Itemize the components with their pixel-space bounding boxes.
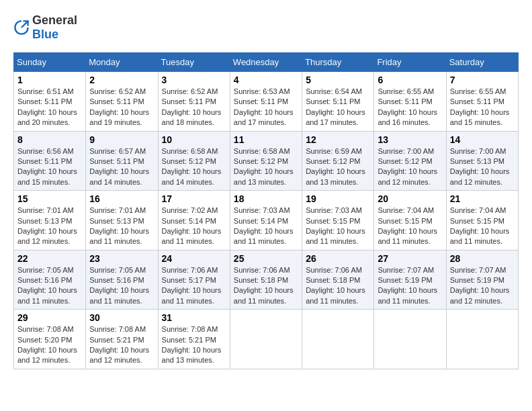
day-info: Sunrise: 7:08 AM Sunset: 5:21 PM Dayligh… bbox=[89, 324, 154, 366]
calendar-cell: 6 Sunrise: 6:55 AM Sunset: 5:11 PM Dayli… bbox=[374, 72, 446, 132]
sunset-label: Sunset: 5:12 PM bbox=[234, 157, 288, 165]
calendar-cell: 30 Sunrise: 7:08 AM Sunset: 5:21 PM Dayl… bbox=[86, 310, 158, 369]
sunset-label: Sunset: 5:16 PM bbox=[89, 276, 144, 284]
sunrise-label: Sunrise: 6:57 AM bbox=[89, 147, 146, 155]
calendar-cell: 21 Sunrise: 7:04 AM Sunset: 5:15 PM Dayl… bbox=[446, 191, 518, 250]
day-info: Sunrise: 6:52 AM Sunset: 5:11 PM Dayligh… bbox=[162, 87, 226, 128]
col-tuesday: Tuesday bbox=[158, 53, 230, 72]
sunset-label: Sunset: 5:16 PM bbox=[17, 276, 72, 284]
sunrise-label: Sunrise: 7:07 AM bbox=[378, 266, 434, 274]
sunset-label: Sunset: 5:15 PM bbox=[378, 217, 432, 225]
calendar-cell: 23 Sunrise: 7:05 AM Sunset: 5:16 PM Dayl… bbox=[86, 250, 158, 310]
day-info: Sunrise: 7:06 AM Sunset: 5:17 PM Dayligh… bbox=[162, 265, 226, 307]
calendar-cell: 9 Sunrise: 6:57 AM Sunset: 5:11 PM Dayli… bbox=[86, 131, 158, 191]
sunset-label: Sunset: 5:20 PM bbox=[17, 336, 72, 344]
sunrise-label: Sunrise: 7:05 AM bbox=[89, 266, 146, 274]
day-number: 31 bbox=[162, 312, 226, 323]
sunset-label: Sunset: 5:17 PM bbox=[162, 276, 216, 284]
calendar-cell: 13 Sunrise: 7:00 AM Sunset: 5:12 PM Dayl… bbox=[374, 131, 446, 191]
day-info: Sunrise: 6:52 AM Sunset: 5:11 PM Dayligh… bbox=[89, 87, 154, 128]
daylight-minutes: and 11 minutes. bbox=[306, 297, 358, 305]
calendar-cell bbox=[446, 310, 518, 369]
sunset-label: Sunset: 5:13 PM bbox=[89, 217, 144, 225]
day-number: 2 bbox=[89, 75, 154, 85]
sunset-label: Sunset: 5:11 PM bbox=[162, 97, 216, 105]
sunset-label: Sunset: 5:12 PM bbox=[162, 157, 216, 165]
sunrise-label: Sunrise: 7:01 AM bbox=[17, 206, 74, 214]
sunrise-label: Sunrise: 7:04 AM bbox=[450, 206, 506, 214]
sunrise-label: Sunrise: 6:58 AM bbox=[234, 147, 290, 155]
day-number: 28 bbox=[450, 253, 515, 264]
sunset-label: Sunset: 5:11 PM bbox=[17, 97, 72, 105]
daylight-label: Daylight: 10 hours bbox=[162, 346, 222, 354]
day-info: Sunrise: 7:04 AM Sunset: 5:15 PM Dayligh… bbox=[378, 205, 442, 247]
day-number: 18 bbox=[234, 193, 298, 204]
calendar-cell: 29 Sunrise: 7:08 AM Sunset: 5:20 PM Dayl… bbox=[14, 310, 86, 369]
daylight-minutes: and 14 minutes. bbox=[162, 178, 214, 186]
day-number: 1 bbox=[17, 75, 82, 85]
col-saturday: Saturday bbox=[446, 53, 518, 72]
sunset-label: Sunset: 5:18 PM bbox=[234, 276, 288, 284]
day-info: Sunrise: 6:54 AM Sunset: 5:11 PM Dayligh… bbox=[306, 87, 370, 128]
day-number: 3 bbox=[162, 75, 226, 85]
daylight-label: Daylight: 10 hours bbox=[234, 167, 294, 175]
calendar-cell: 10 Sunrise: 6:58 AM Sunset: 5:12 PM Dayl… bbox=[158, 131, 230, 191]
daylight-label: Daylight: 10 hours bbox=[450, 286, 510, 294]
calendar-cell: 5 Sunrise: 6:54 AM Sunset: 5:11 PM Dayli… bbox=[302, 72, 374, 132]
calendar-header-row: Sunday Monday Tuesday Wednesday Thursday… bbox=[14, 53, 519, 72]
daylight-minutes: and 12 minutes. bbox=[378, 178, 430, 186]
daylight-label: Daylight: 10 hours bbox=[450, 108, 510, 116]
day-number: 21 bbox=[450, 193, 515, 204]
sunset-label: Sunset: 5:19 PM bbox=[378, 276, 432, 284]
daylight-minutes: and 11 minutes. bbox=[234, 297, 286, 305]
daylight-minutes: and 12 minutes. bbox=[89, 356, 142, 364]
day-number: 6 bbox=[378, 75, 442, 85]
sunrise-label: Sunrise: 7:08 AM bbox=[17, 325, 74, 333]
calendar-week-row: 29 Sunrise: 7:08 AM Sunset: 5:20 PM Dayl… bbox=[14, 310, 519, 369]
col-friday: Friday bbox=[374, 53, 446, 72]
sunset-label: Sunset: 5:13 PM bbox=[450, 157, 504, 165]
daylight-minutes: and 13 minutes. bbox=[162, 356, 214, 364]
calendar-cell: 28 Sunrise: 7:07 AM Sunset: 5:19 PM Dayl… bbox=[446, 250, 518, 310]
day-info: Sunrise: 6:57 AM Sunset: 5:11 PM Dayligh… bbox=[89, 146, 154, 188]
sunrise-label: Sunrise: 7:06 AM bbox=[306, 266, 362, 274]
daylight-minutes: and 11 minutes. bbox=[89, 237, 142, 245]
sunset-label: Sunset: 5:21 PM bbox=[162, 336, 216, 344]
col-sunday: Sunday bbox=[14, 53, 86, 72]
day-info: Sunrise: 6:58 AM Sunset: 5:12 PM Dayligh… bbox=[234, 146, 298, 188]
daylight-minutes: and 13 minutes. bbox=[234, 178, 286, 186]
sunrise-label: Sunrise: 7:05 AM bbox=[17, 266, 74, 274]
day-number: 26 bbox=[306, 253, 370, 264]
daylight-minutes: and 12 minutes. bbox=[17, 356, 70, 364]
sunrise-label: Sunrise: 6:52 AM bbox=[162, 87, 218, 95]
day-number: 27 bbox=[378, 253, 442, 264]
daylight-label: Daylight: 10 hours bbox=[17, 167, 77, 175]
day-number: 23 bbox=[89, 253, 154, 264]
sunrise-label: Sunrise: 7:06 AM bbox=[234, 266, 290, 274]
sunset-label: Sunset: 5:11 PM bbox=[17, 157, 72, 165]
calendar-cell: 2 Sunrise: 6:52 AM Sunset: 5:11 PM Dayli… bbox=[86, 72, 158, 132]
daylight-label: Daylight: 10 hours bbox=[17, 227, 77, 235]
day-info: Sunrise: 7:03 AM Sunset: 5:14 PM Dayligh… bbox=[234, 205, 298, 247]
calendar-cell: 3 Sunrise: 6:52 AM Sunset: 5:11 PM Dayli… bbox=[158, 72, 230, 132]
calendar-cell: 11 Sunrise: 6:58 AM Sunset: 5:12 PM Dayl… bbox=[230, 131, 302, 191]
calendar-cell: 1 Sunrise: 6:51 AM Sunset: 5:11 PM Dayli… bbox=[14, 72, 86, 132]
calendar-cell: 14 Sunrise: 7:00 AM Sunset: 5:13 PM Dayl… bbox=[446, 131, 518, 191]
daylight-label: Daylight: 10 hours bbox=[89, 286, 149, 294]
day-info: Sunrise: 7:06 AM Sunset: 5:18 PM Dayligh… bbox=[306, 265, 370, 307]
daylight-label: Daylight: 10 hours bbox=[17, 346, 77, 354]
day-info: Sunrise: 7:06 AM Sunset: 5:18 PM Dayligh… bbox=[234, 265, 298, 307]
col-thursday: Thursday bbox=[302, 53, 374, 72]
logo: General Blue bbox=[13, 13, 77, 42]
sunset-label: Sunset: 5:11 PM bbox=[306, 97, 360, 105]
svg-line-0 bbox=[21, 21, 28, 28]
daylight-minutes: and 12 minutes. bbox=[17, 237, 70, 245]
daylight-minutes: and 11 minutes. bbox=[162, 237, 214, 245]
sunrise-label: Sunrise: 7:08 AM bbox=[89, 325, 146, 333]
day-number: 12 bbox=[306, 134, 370, 145]
calendar-week-row: 8 Sunrise: 6:56 AM Sunset: 5:11 PM Dayli… bbox=[14, 131, 519, 191]
calendar-cell: 25 Sunrise: 7:06 AM Sunset: 5:18 PM Dayl… bbox=[230, 250, 302, 310]
sunset-label: Sunset: 5:18 PM bbox=[306, 276, 360, 284]
day-info: Sunrise: 6:55 AM Sunset: 5:11 PM Dayligh… bbox=[450, 87, 515, 128]
calendar-cell: 18 Sunrise: 7:03 AM Sunset: 5:14 PM Dayl… bbox=[230, 191, 302, 250]
